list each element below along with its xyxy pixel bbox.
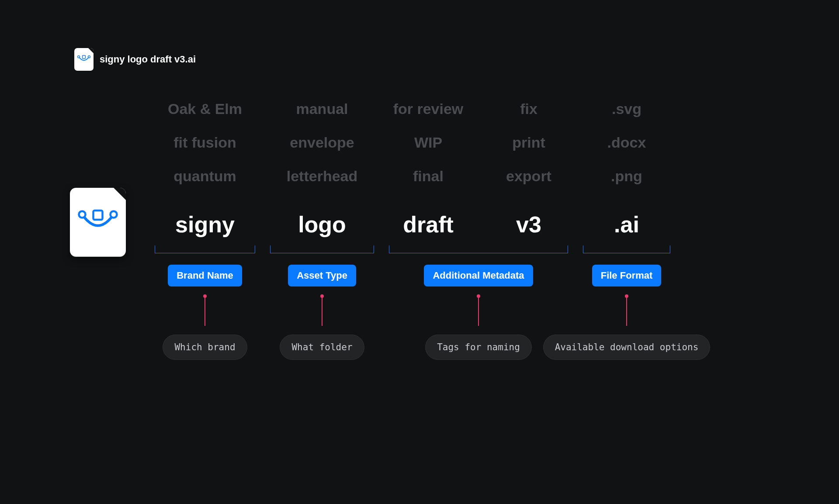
- meta-explain: Tags for naming: [425, 335, 532, 360]
- columns: Oak & Elm fit fusion quantum signy Brand…: [155, 100, 765, 360]
- bracket: [583, 245, 670, 253]
- alt-value: fit fusion: [173, 134, 236, 151]
- meta-badge: Additional Metadata: [424, 265, 533, 287]
- bracket: [389, 245, 568, 253]
- format-explain: Available download options: [543, 335, 711, 360]
- alt-value: .png: [611, 168, 642, 185]
- alt-value: final: [413, 168, 444, 185]
- file-icon-small: [74, 48, 94, 71]
- bracket: [155, 245, 255, 253]
- alt-value: export: [506, 168, 551, 185]
- alt-value: .svg: [612, 100, 641, 117]
- metadata-inner: for review WIP final draft fix print exp…: [389, 100, 568, 238]
- alt-value: envelope: [290, 134, 354, 151]
- asset-explain: What folder: [280, 335, 364, 360]
- alt-value: letterhead: [287, 168, 358, 185]
- brand-current: signy: [175, 211, 235, 238]
- svg-rect-5: [94, 211, 103, 220]
- alt-value: quantum: [173, 168, 236, 185]
- file-chip: signy logo draft v3.ai: [74, 48, 196, 71]
- meta-sub-right: fix print export v3: [489, 100, 568, 238]
- alt-value: Oak & Elm: [168, 100, 242, 117]
- svg-point-3: [79, 211, 86, 218]
- meta-left-alts: for review WIP final: [393, 100, 464, 192]
- alt-value: for review: [393, 100, 464, 117]
- brand-explain: Which brand: [163, 335, 247, 360]
- asset-badge: Asset Type: [288, 265, 356, 287]
- meta-right-alts: fix print export: [506, 100, 551, 192]
- alt-value: .docx: [607, 134, 646, 151]
- asset-current: logo: [298, 211, 346, 238]
- col-asset: manual envelope letterhead logo Asset Ty…: [270, 100, 374, 360]
- format-current: .ai: [614, 211, 639, 238]
- meta-sub-left: for review WIP final draft: [389, 100, 468, 238]
- alt-value: print: [512, 134, 545, 151]
- svg-point-1: [88, 56, 90, 58]
- col-metadata: for review WIP final draft fix print exp…: [389, 100, 568, 360]
- meta-left-current: draft: [403, 211, 454, 238]
- brand-alts: Oak & Elm fit fusion quantum: [168, 100, 242, 192]
- meta-right-current: v3: [516, 211, 541, 238]
- brand-badge: Brand Name: [168, 265, 242, 287]
- format-badge: File Format: [592, 265, 662, 287]
- connector-line: [478, 296, 479, 326]
- vector-pen-icon: [78, 209, 118, 235]
- svg-rect-2: [83, 55, 86, 59]
- format-alts: .svg .docx .png: [607, 100, 646, 192]
- svg-point-4: [111, 211, 117, 218]
- connector-line: [626, 296, 627, 326]
- col-format: .svg .docx .png .ai File Format Availabl…: [583, 100, 670, 360]
- connector-line: [322, 296, 322, 326]
- alt-value: fix: [520, 100, 537, 117]
- bracket: [270, 245, 374, 253]
- file-name-label: signy logo draft v3.ai: [100, 54, 196, 65]
- svg-point-0: [78, 56, 80, 58]
- vector-pen-icon: [77, 55, 90, 64]
- col-brand: Oak & Elm fit fusion quantum signy Brand…: [155, 100, 255, 360]
- alt-value: WIP: [414, 134, 442, 151]
- connector-line: [205, 296, 205, 326]
- alt-value: manual: [296, 100, 348, 117]
- diagram-stage: signy logo draft v3.ai Oak & Elm fit fus…: [0, 0, 839, 504]
- file-icon-large: [70, 188, 126, 257]
- asset-alts: manual envelope letterhead: [287, 100, 358, 192]
